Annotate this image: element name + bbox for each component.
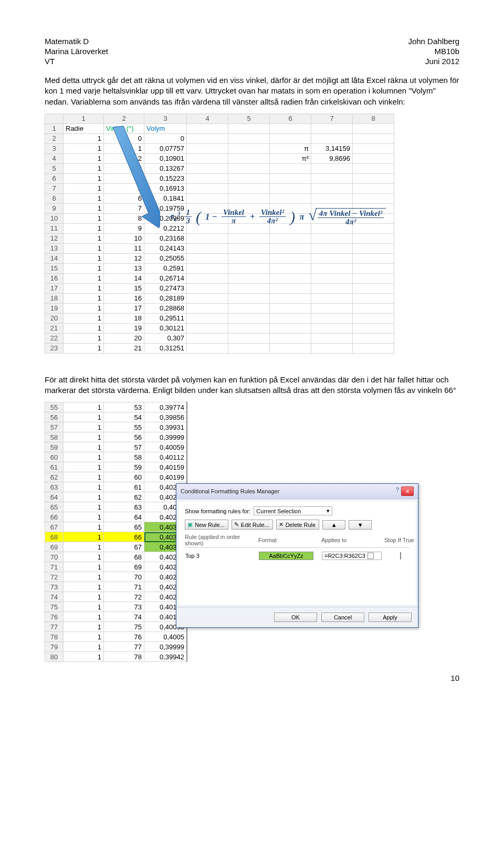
cell: 54 [104,412,144,422]
cell [311,293,353,303]
cell: 0,39942 [144,652,187,662]
ok-button[interactable]: OK [274,613,317,622]
cell [187,333,228,343]
cell [270,243,311,253]
close-icon[interactable]: ✕ [401,486,414,496]
move-down-button[interactable]: ▼ [349,520,372,530]
move-up-button[interactable]: ▲ [322,520,345,530]
row-header: 8 [45,193,64,203]
cell: 71 [104,582,144,592]
cell: 0,23168 [144,233,187,243]
cell: 0,39999 [144,432,187,442]
row-header: 58 [45,432,64,442]
cell: 0,40159 [144,462,187,472]
cell [228,173,270,183]
cell [187,263,228,273]
cell [311,193,353,203]
cancel-button[interactable]: Cancel [321,613,364,622]
cell [353,233,394,243]
cell: 0,307 [144,333,187,343]
cell: 1 [64,642,104,652]
cell: 1 [64,552,104,562]
row-header: 57 [45,422,64,432]
spreadsheet-2: 551530,39774561540,39856571550,399315815… [45,402,187,662]
cell: 65 [104,522,144,532]
cell: 1 [64,652,104,662]
plus-icon: ▣ [187,521,193,528]
cell [228,243,270,253]
spreadsheet-2-wrap: 551530,39774561540,39856571550,399315815… [45,402,459,662]
cell [187,273,228,283]
apply-button[interactable]: Apply [369,613,412,622]
row-header: 15 [45,263,64,273]
cell: 1 [64,253,104,263]
table-row: 661640,40295 [45,512,187,522]
cell: 1 [64,502,104,512]
range-picker-icon[interactable] [368,553,374,559]
cell [311,183,353,193]
row-header: 63 [45,482,64,492]
table-row: 641620,40259 [45,492,187,502]
col-format: Format [258,537,321,543]
cell [353,333,394,343]
cell [228,263,270,273]
cell [228,233,270,243]
cell [270,133,311,143]
cell: 19 [104,323,144,333]
cell: 62 [104,492,144,502]
cell [353,253,394,263]
cell: 13 [104,263,144,273]
table-row: 591570,40059 [45,442,187,452]
cell: 1 [64,522,104,532]
format-preview: AaBbCcYyZz [259,552,313,560]
cell [228,273,270,283]
cell: 1 [64,632,104,642]
rule-row[interactable]: Top 3 AaBbCcYyZz =R2C3:R362C3 [185,550,410,562]
show-for-select[interactable]: Current Selection ▾ [254,506,332,515]
row-header: 75 [45,602,64,612]
cell: 1 [64,283,104,293]
cell: 70 [104,572,144,582]
cell [187,193,228,203]
table-row: 801780,39942 [45,652,187,662]
cell: 1 [64,582,104,592]
row-header: 62 [45,472,64,482]
cell: 1 [64,243,104,253]
new-rule-button[interactable]: ▣ New Rule... [185,520,228,530]
cell [228,253,270,263]
row-header: 23 [45,343,64,353]
cell [353,243,394,253]
cell [187,163,228,173]
cell [353,263,394,273]
row-header: 17 [45,283,64,293]
cell: 1 [64,622,104,632]
cell [228,163,270,173]
col-header: 6 [270,113,311,123]
cell [353,163,394,173]
table-row: 201180,29511 [45,313,394,323]
dialog-titlebar: Conditional Formatting Rules Manager ? ✕ [176,484,418,499]
cell: 1 [64,612,104,622]
applies-to-field[interactable]: =R2C3:R362C3 [322,552,382,560]
cell: 1 [64,462,104,472]
cell [228,293,270,303]
cell [187,293,228,303]
table-row: 141120,25055 [45,253,394,263]
cell: 66 [104,532,144,542]
cell: 60 [104,472,144,482]
row-header: 11 [45,223,64,233]
cell: 1 [64,323,104,333]
delete-rule-button[interactable]: ✕ Delete Rule [276,520,319,530]
edit-rule-button[interactable]: ✎ Edit Rule... [232,520,273,530]
table-row: 701680,40296 [45,552,187,562]
cell [187,143,228,153]
help-icon[interactable]: ? ✕ [396,486,414,496]
cell: 9,8696 [311,153,353,163]
cell [228,193,270,203]
cell: 56 [104,432,144,442]
row-header: 2 [45,133,64,143]
cell: 0,26714 [144,273,187,283]
stop-if-true-checkbox[interactable] [400,552,401,559]
col-header: 2 [104,113,144,123]
pencil-icon: ✎ [234,521,239,528]
